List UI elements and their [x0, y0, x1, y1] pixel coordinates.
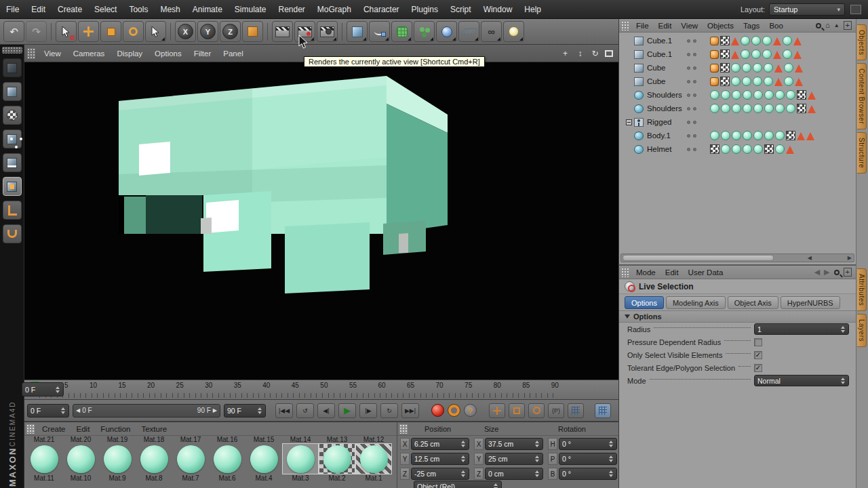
- key-scale-toggle[interactable]: [509, 403, 525, 418]
- sphere-tag-icon[interactable]: [710, 90, 719, 100]
- sphere-tag-icon[interactable]: [786, 90, 795, 100]
- tab-modeling-axis[interactable]: Modeling Axis: [666, 296, 726, 309]
- last-tool-button[interactable]: [145, 21, 166, 42]
- visibility-dots[interactable]: [687, 134, 696, 138]
- checker-tag-icon[interactable]: [797, 90, 806, 100]
- expander-icon[interactable]: [626, 119, 632, 125]
- material-label[interactable]: Mat.14: [282, 436, 319, 443]
- sphere-tag-icon[interactable]: [753, 63, 762, 73]
- material-menu-item[interactable]: Texture: [136, 425, 172, 433]
- triangle-tag-icon[interactable]: [797, 132, 805, 140]
- triangle-tag-icon[interactable]: [773, 37, 781, 45]
- stepper-icon[interactable]: [534, 453, 540, 464]
- make-editable-button[interactable]: [3, 58, 22, 77]
- render-view-button[interactable]: [272, 21, 293, 42]
- render-visibility-dot[interactable]: [693, 94, 696, 97]
- workplane-mode-button[interactable]: [3, 224, 22, 243]
- object-manager-menu-item[interactable]: Boo: [764, 22, 787, 30]
- render-visibility-dot[interactable]: [693, 148, 696, 151]
- point-mode-button[interactable]: [3, 129, 22, 148]
- up-icon[interactable]: ▲: [834, 23, 840, 28]
- pressure-dependent-checkbox[interactable]: [754, 338, 762, 346]
- stepper-icon[interactable]: [840, 324, 846, 334]
- render-visibility-dot[interactable]: [693, 39, 696, 43]
- home-icon[interactable]: ⌂: [825, 22, 830, 29]
- lock-z-axis-button[interactable]: Z: [220, 21, 241, 42]
- play-button[interactable]: ▶: [338, 403, 356, 418]
- stepper-icon[interactable]: [256, 405, 262, 417]
- sphere-tag-icon[interactable]: [721, 90, 730, 100]
- palette-handle-icon[interactable]: [27, 48, 35, 59]
- sphere-tag-icon[interactable]: [743, 104, 752, 113]
- editor-visibility-dot[interactable]: [687, 53, 690, 56]
- next-frame-button[interactable]: |▶: [359, 403, 377, 418]
- add-environment-button[interactable]: [436, 21, 457, 42]
- goto-end-button[interactable]: ▶▶|: [401, 403, 419, 418]
- key-pla-toggle[interactable]: [568, 403, 584, 418]
- material-label[interactable]: Mat.17: [172, 436, 209, 443]
- sphere-tag-icon[interactable]: [751, 49, 761, 59]
- add-primitive-button[interactable]: [347, 21, 368, 42]
- checker-tag-icon[interactable]: [720, 77, 730, 86]
- add-panel-icon[interactable]: +: [844, 268, 852, 277]
- menu-item[interactable]: Script: [444, 5, 477, 14]
- triangle-tag-icon[interactable]: [773, 51, 781, 59]
- selection-mode-dropdown[interactable]: Normal: [754, 375, 849, 386]
- material-menu-item[interactable]: Edit: [71, 425, 96, 433]
- sphere-tag-icon[interactable]: [786, 104, 795, 113]
- material-label[interactable]: Mat.13: [319, 436, 355, 443]
- menu-item[interactable]: Plugins: [406, 5, 444, 14]
- stepper-icon[interactable]: [840, 375, 846, 386]
- orange-tag-icon[interactable]: [710, 37, 719, 45]
- sphere-tag-icon[interactable]: [742, 63, 751, 73]
- material-swatch[interactable]: [355, 443, 392, 474]
- sphere-tag-icon[interactable]: [743, 90, 752, 100]
- triangle-tag-icon[interactable]: [795, 78, 803, 86]
- sphere-tag-icon[interactable]: [741, 36, 750, 45]
- menu-item[interactable]: MoGraph: [311, 5, 357, 14]
- checker-tag-icon[interactable]: [786, 131, 795, 140]
- stepper-icon[interactable]: [534, 439, 540, 449]
- material-label[interactable]: Mat.8: [136, 474, 172, 482]
- scroll-left-icon[interactable]: ◀: [806, 255, 814, 261]
- menu-item[interactable]: Help: [518, 5, 547, 14]
- material-swatch[interactable]: [26, 443, 62, 474]
- edge-mode-button[interactable]: [3, 153, 22, 172]
- sphere-tag-icon[interactable]: [710, 104, 719, 113]
- autokey-button[interactable]: [448, 404, 460, 417]
- object-row[interactable]: Cube.1: [619, 47, 856, 61]
- search-icon[interactable]: [816, 23, 821, 28]
- material-swatch[interactable]: [319, 443, 355, 474]
- size-input[interactable]: 37.5 cm: [485, 438, 543, 450]
- position-input[interactable]: 12.5 cm: [411, 453, 469, 465]
- triangle-tag-icon[interactable]: [808, 92, 816, 100]
- horizontal-scrollbar[interactable]: ◀ ▶: [620, 253, 854, 262]
- triangle-tag-icon[interactable]: [731, 37, 739, 45]
- move-tool[interactable]: [78, 21, 99, 42]
- sphere-tag-icon[interactable]: [721, 131, 730, 140]
- sphere-tag-icon[interactable]: [721, 104, 730, 113]
- add-modeling-object-button[interactable]: [414, 21, 435, 42]
- zoom-view-icon[interactable]: ↕: [575, 49, 585, 58]
- triangle-tag-icon[interactable]: [793, 37, 802, 45]
- polygon-mode-button[interactable]: [3, 177, 22, 196]
- object-manager-menu-item[interactable]: File: [631, 22, 654, 30]
- material-label[interactable]: Mat.21: [26, 436, 62, 443]
- options-section-header[interactable]: Options: [619, 310, 856, 323]
- sphere-tag-icon[interactable]: [784, 63, 793, 73]
- triangle-tag-icon[interactable]: [806, 132, 814, 140]
- object-manager-menu-item[interactable]: View: [676, 22, 703, 30]
- visibility-dots[interactable]: [687, 53, 696, 56]
- material-swatch[interactable]: [62, 443, 99, 474]
- material-label[interactable]: Mat.1: [355, 474, 392, 482]
- triangle-tag-icon[interactable]: [786, 146, 794, 154]
- tab-object-axis[interactable]: Object Axis: [728, 296, 778, 309]
- sphere-tag-icon[interactable]: [775, 90, 785, 100]
- size-input[interactable]: 25 cm: [485, 453, 543, 465]
- material-label[interactable]: Mat.7: [172, 474, 209, 482]
- render-visibility-dot[interactable]: [693, 107, 696, 110]
- object-row[interactable]: Rigged: [619, 115, 856, 129]
- triangle-tag-icon[interactable]: [731, 51, 739, 59]
- object-row[interactable]: Cube.1: [619, 34, 856, 47]
- toggle-view-icon[interactable]: [605, 50, 613, 57]
